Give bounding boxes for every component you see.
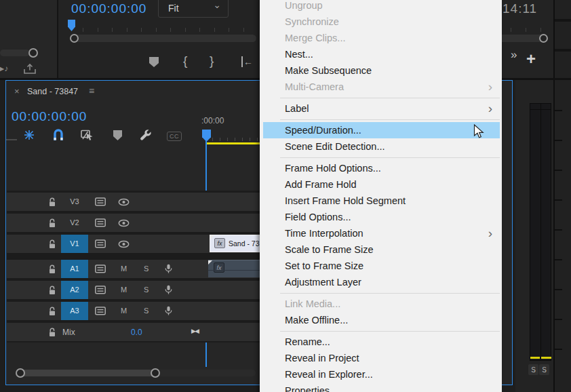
zoom-scroll-handle[interactable]	[539, 34, 548, 43]
menu-item-merge-clips[interactable]: Merge Clips...	[263, 30, 500, 46]
scrollbar-handle-right[interactable]	[151, 368, 160, 378]
mute-button[interactable]: M	[121, 264, 127, 273]
mute-button[interactable]: M	[121, 307, 127, 315]
context-menu: UngroupSynchronizeMerge Clips...Nest...M…	[260, 0, 502, 392]
monitor-timecode[interactable]: 00:00:00:00	[71, 1, 146, 16]
toggle-track-output-eye-icon[interactable]	[118, 240, 130, 248]
timeline-timecode[interactable]: 00:00:00:00	[12, 109, 87, 124]
snap-icon[interactable]	[53, 129, 64, 141]
solo-button[interactable]: S	[144, 264, 149, 273]
panel-scrollbar[interactable]	[0, 50, 30, 56]
voiceover-mic-icon[interactable]	[165, 285, 172, 295]
solo-button[interactable]: S	[144, 307, 149, 315]
solo-right-button[interactable]: S	[539, 364, 549, 375]
lock-icon[interactable]	[48, 239, 56, 249]
go-to-in-icon[interactable]: ←	[241, 56, 253, 67]
track-targeting-icon[interactable]	[95, 286, 106, 294]
track-label-v3[interactable]: V3	[61, 193, 88, 211]
toggle-track-output-eye-icon[interactable]	[118, 198, 130, 206]
track-label-a2[interactable]: A2	[61, 281, 88, 299]
monitor-scrub-handle[interactable]	[70, 34, 79, 43]
menu-item-insert-frame-hold-segment[interactable]: Insert Frame Hold Segment	[263, 193, 500, 209]
track-targeting-icon[interactable]	[95, 264, 106, 273]
mix-value[interactable]: 0.0	[131, 328, 142, 337]
play-audio-icon[interactable]: ▶♪	[0, 64, 8, 73]
monitor-playhead[interactable]	[68, 20, 75, 31]
add-marker-icon[interactable]	[149, 57, 159, 67]
mark-in-icon[interactable]: {	[183, 54, 187, 67]
track-label-a3[interactable]: A3	[61, 302, 88, 320]
meter-scale-column	[553, 0, 571, 392]
export-icon[interactable]	[23, 63, 37, 77]
solo-left-button[interactable]: S	[528, 364, 538, 375]
track-targeting-icon[interactable]	[95, 218, 106, 227]
track-label-v1[interactable]: V1	[61, 235, 88, 253]
menu-item-ungroup[interactable]: Ungroup	[263, 0, 500, 14]
menu-item-field-options[interactable]: Field Options...	[263, 209, 500, 225]
top-left-panel: ▶♪	[0, 0, 57, 78]
menu-item-nest[interactable]: Nest...	[263, 46, 500, 62]
menu-item-label: Make Subsequence	[285, 65, 372, 76]
lock-icon[interactable]	[48, 264, 56, 274]
menu-item-reveal-in-explorer[interactable]: Reveal in Explorer...	[263, 366, 500, 383]
fit-dropdown-label: Fit	[168, 3, 179, 14]
menu-item-synchronize[interactable]: Synchronize	[263, 14, 500, 30]
scrollbar-handle-left[interactable]	[16, 368, 25, 378]
menu-item-label: Merge Clips...	[285, 33, 345, 43]
write-keyframes-icon[interactable]: ▶◀	[191, 328, 198, 334]
track-targeting-icon[interactable]	[95, 239, 106, 248]
menu-item-speed-duration[interactable]: Speed/Duration...	[263, 122, 500, 138]
mix-label: Mix	[62, 328, 75, 337]
scrollbar-handle[interactable]	[28, 48, 38, 58]
track-label-v2[interactable]: V2	[61, 214, 88, 232]
menu-item-rename[interactable]: Rename...	[263, 334, 500, 350]
timeline-settings-icon[interactable]	[140, 129, 152, 141]
lock-icon[interactable]	[48, 307, 56, 316]
menu-item-properties[interactable]: Properties	[263, 383, 500, 392]
timeline-scrollbar-thumb[interactable]	[17, 370, 158, 376]
menu-item-multi-camera[interactable]: Multi-Camera›	[263, 79, 500, 95]
header-edge-dash	[6, 139, 17, 140]
menu-item-time-interpolation[interactable]: Time Interpolation›	[263, 225, 500, 241]
menu-item-make-subsequence[interactable]: Make Subsequence	[263, 62, 500, 79]
track-row-a2: A2MS	[7, 281, 260, 299]
overflow-chevrons-icon[interactable]: »	[511, 48, 517, 62]
timeline-add-marker-icon[interactable]	[113, 130, 122, 140]
solo-button[interactable]: S	[144, 286, 149, 294]
voiceover-mic-icon[interactable]	[165, 264, 172, 274]
lock-icon[interactable]	[48, 328, 56, 337]
menu-item-label[interactable]: Label›	[263, 100, 500, 117]
menu-item-set-to-frame-size[interactable]: Set to Frame Size	[263, 258, 500, 274]
menu-item-make-offline[interactable]: Make Offline...	[263, 312, 500, 328]
toggle-track-output-eye-icon[interactable]	[118, 219, 130, 227]
menu-item-scale-to-frame-size[interactable]: Scale to Frame Size	[263, 241, 500, 258]
menu-item-scene-edit-detection[interactable]: Scene Edit Detection...	[263, 138, 500, 155]
captions-icon[interactable]: CC	[167, 132, 182, 141]
mute-button[interactable]: M	[121, 286, 127, 294]
voiceover-mic-icon[interactable]	[165, 306, 172, 316]
menu-item-adjustment-layer[interactable]: Adjustment Layer	[263, 274, 500, 290]
video-clip[interactable]: fx Sand - 73	[210, 235, 260, 252]
track-label-a1[interactable]: A1	[61, 260, 88, 278]
menu-item-link-media[interactable]: Link Media...	[263, 296, 500, 312]
monitor-scrub-bar[interactable]	[71, 35, 256, 42]
audio-clip[interactable]: fx	[208, 260, 260, 277]
lock-icon[interactable]	[48, 218, 56, 228]
fit-dropdown[interactable]: Fit ⌄	[158, 0, 229, 18]
lock-icon[interactable]	[48, 286, 56, 295]
track-targeting-icon[interactable]	[95, 197, 106, 206]
menu-item-reveal-in-project[interactable]: Reveal in Project	[263, 350, 500, 366]
mark-out-icon[interactable]: }	[210, 54, 214, 67]
add-button-icon[interactable]: +	[526, 50, 536, 68]
menu-item-frame-hold-options[interactable]: Frame Hold Options...	[263, 160, 500, 176]
panel-menu-icon[interactable]: ≡	[89, 85, 94, 96]
linked-selection-icon[interactable]	[81, 130, 95, 141]
nest-insert-toggle-icon[interactable]	[24, 130, 35, 140]
track-targeting-icon[interactable]	[95, 307, 106, 315]
close-icon[interactable]: ×	[14, 86, 20, 96]
lock-icon[interactable]	[48, 197, 56, 207]
mix-track-row: Mix0.0▶◀	[7, 323, 260, 341]
menu-item-add-frame-hold[interactable]: Add Frame Hold	[263, 176, 500, 193]
timeline-tab-title[interactable]: Sand - 73847	[27, 87, 78, 96]
menu-separator	[260, 328, 502, 334]
